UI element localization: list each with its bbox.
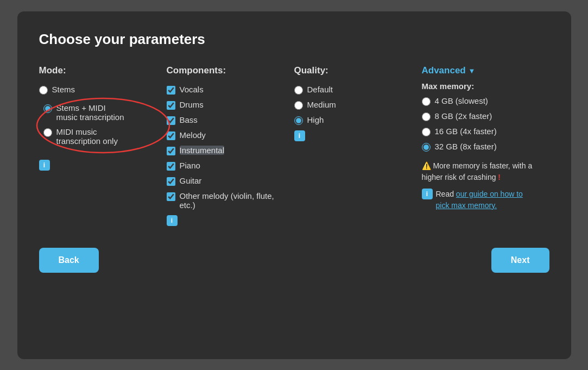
quality-column: Quality: Default Medium High i (294, 65, 422, 141)
guitar-checkbox[interactable] (167, 177, 175, 186)
component-instrumental[interactable]: Instrumental (167, 146, 283, 155)
instrumental-checkbox[interactable] (167, 147, 175, 155)
quality-medium[interactable]: Medium (294, 100, 411, 110)
max-memory-label: Max memory: (422, 81, 539, 91)
component-vocals[interactable]: Vocals (167, 85, 283, 95)
dialog-title: Choose your parameters (39, 31, 549, 48)
quality-label: Quality: (294, 65, 411, 76)
memory-radio-4gb[interactable] (422, 97, 431, 106)
memory-16gb-label: 16 GB (4x faster) (435, 127, 497, 136)
footer: Back Next (39, 248, 549, 273)
melody-checkbox[interactable] (167, 131, 175, 140)
mode-radio-stems[interactable] (39, 86, 48, 95)
warning-text: ⚠️ More memory is faster, with a higher … (422, 160, 539, 183)
quality-high[interactable]: High (294, 115, 411, 125)
memory-8gb-label: 8 GB (2x faster) (435, 111, 492, 121)
quality-radio-default[interactable] (294, 86, 303, 95)
advanced-label[interactable]: Advanced ▼ (422, 65, 539, 76)
mode-option-stems-midi[interactable]: Stems + MIDImusic transcription (43, 103, 124, 122)
quality-default[interactable]: Default (294, 85, 411, 95)
component-drums[interactable]: Drums (167, 100, 283, 110)
mode-stems-label: Stems (52, 85, 75, 94)
component-bass[interactable]: Bass (167, 115, 283, 125)
memory-radio-16gb[interactable] (422, 128, 431, 136)
components-info-badge[interactable]: i (167, 215, 178, 226)
memory-32gb-label: 32 GB (8x faster) (435, 142, 497, 151)
memory-radio-32gb[interactable] (422, 143, 431, 152)
columns: Mode: Stems Stems + MIDImusic transcript… (39, 65, 549, 226)
memory-4gb-label: 4 GB (slowest) (435, 96, 488, 105)
component-piano[interactable]: Piano (167, 161, 283, 171)
mode-label: Mode: (39, 65, 156, 76)
quality-medium-label: Medium (307, 100, 336, 109)
advanced-column: Advanced ▼ Max memory: 4 GB (slowest) 8 … (422, 65, 549, 211)
next-button[interactable]: Next (491, 248, 549, 273)
vocals-checkbox[interactable] (167, 86, 175, 95)
components-column: Components: Vocals Drums Bass Melody Ins… (167, 65, 294, 226)
mode-radio-midi-only[interactable] (43, 128, 52, 137)
melody-label: Melody (180, 130, 206, 140)
memory-32gb[interactable]: 32 GB (8x faster) (422, 142, 539, 152)
mode-radio-stems-midi[interactable] (43, 104, 52, 113)
mode-midi-only-label: MIDI musictranscription only (56, 127, 118, 146)
guide-info-badge[interactable]: i (422, 189, 433, 199)
guitar-label: Guitar (180, 176, 202, 185)
mode-option-midi-only[interactable]: MIDI musictranscription only (43, 127, 124, 146)
quality-radio-high[interactable] (294, 116, 303, 125)
drums-label: Drums (180, 100, 204, 109)
mode-column: Mode: Stems Stems + MIDImusic transcript… (39, 65, 167, 171)
piano-label: Piano (180, 161, 200, 170)
components-label: Components: (167, 65, 283, 76)
component-guitar[interactable]: Guitar (167, 176, 283, 186)
quality-high-label: High (307, 115, 324, 124)
back-button[interactable]: Back (39, 248, 99, 273)
component-other-melody[interactable]: Other melody (violin, flute, etc.) (167, 191, 283, 210)
quality-info-badge[interactable]: i (294, 130, 305, 141)
quality-default-label: Default (307, 85, 333, 94)
component-melody[interactable]: Melody (167, 130, 283, 140)
piano-checkbox[interactable] (167, 162, 175, 171)
bass-checkbox[interactable] (167, 116, 175, 125)
warning-section: ⚠️ More memory is faster, with a higher … (422, 160, 539, 183)
bass-label: Bass (180, 115, 198, 124)
mode-info-badge[interactable]: i (39, 160, 50, 171)
other-melody-label: Other melody (violin, flute, etc.) (180, 191, 283, 210)
dialog: Choose your parameters Mode: Stems Stems… (17, 11, 571, 359)
warning-exclamation: ! (498, 173, 501, 181)
memory-4gb[interactable]: 4 GB (slowest) (422, 96, 539, 106)
memory-16gb[interactable]: 16 GB (4x faster) (422, 127, 539, 136)
instrumental-label: Instrumental (180, 146, 225, 155)
other-melody-checkbox[interactable] (167, 192, 175, 201)
quality-radio-medium[interactable] (294, 101, 303, 110)
guide-section: i Read our guide on how to pick max memo… (422, 189, 539, 211)
drums-checkbox[interactable] (167, 101, 175, 110)
memory-8gb[interactable]: 8 GB (2x faster) (422, 111, 539, 121)
memory-radio-8gb[interactable] (422, 112, 431, 121)
vocals-label: Vocals (180, 85, 204, 94)
mode-option-stems[interactable]: Stems (39, 85, 156, 95)
mode-stems-midi-label: Stems + MIDImusic transcription (56, 103, 124, 122)
warning-icon: ⚠️ (422, 161, 431, 170)
guide-prefix: Read our guide on how to pick max memory… (436, 189, 539, 211)
advanced-arrow: ▼ (468, 67, 475, 75)
